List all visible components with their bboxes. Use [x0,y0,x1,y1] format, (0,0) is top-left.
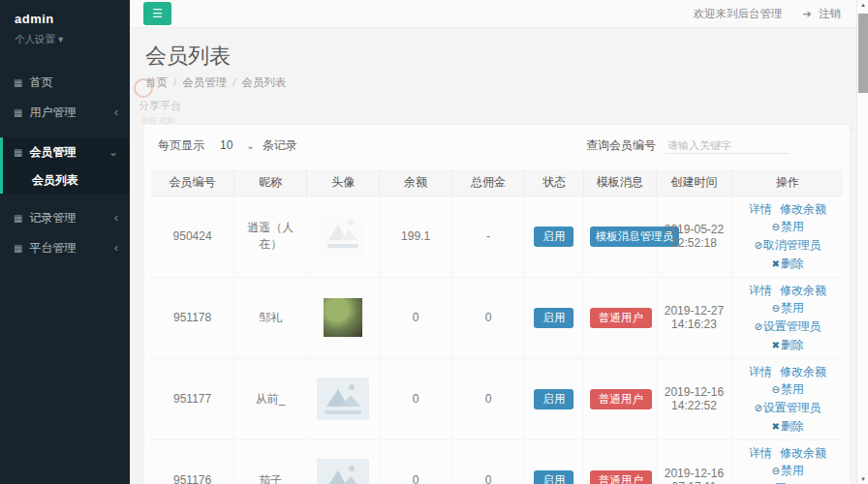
scroll-up-arrow[interactable]: ▲ [857,2,868,8]
cancel-admin-link[interactable]: ⊘取消管理员 [754,238,821,252]
sidebar-item-member-mgmt[interactable]: ▦会员管理 ⌄ [3,137,130,167]
member-balance: 199.1 [380,196,452,277]
disable-link[interactable]: ⊖禁用 [771,301,803,315]
chevron-left-icon: ‹ [114,203,118,233]
user-profile: admin 个人设置 ▾ [0,0,130,46]
avatar [317,378,369,420]
set-admin-link[interactable]: ⊘设置管理员 [754,319,821,333]
grid-icon: ▦ [14,77,22,88]
modify-balance-link[interactable]: 修改余额 [780,446,826,460]
slash-circle-icon: ⊘ [754,403,761,413]
member-created: 2019-12-16 07:17:11 [656,439,732,484]
member-nickname: 茄子 [234,439,307,484]
col-status: 状态 [525,169,584,196]
sidebar-group-member-mgmt: ▦会员管理 ⌄ 会员列表 [0,137,130,194]
member-created: 2019-12-16 14:22:52 [656,358,732,439]
detail-link[interactable]: 详情 [749,202,772,216]
set-admin-link[interactable]: ⊘设置管理员 [754,401,821,414]
avatar [321,217,365,256]
logout-link[interactable]: 注销 [819,8,841,19]
breadcrumb-member-mgmt[interactable]: 会员管理 [182,76,227,88]
grid-icon: ▦ [14,243,22,254]
search-input[interactable] [666,137,790,154]
table-row: 951177 从前_ 0 0 启用 普通用户 2019-12-16 14:22:… [151,358,843,439]
delete-icon: ✖ [771,421,779,432]
sidebar-item-platform-mgmt[interactable]: ▦平台管理 ‹ [0,233,130,263]
col-balance: 余额 [380,169,452,196]
member-list-card: 每页显示10⌄条记录 查询会员编号 会员编号 昵称 头像 余额 总佣金 状态 [143,124,851,484]
faint-background-text: 分享平台 [139,99,861,113]
role-badge[interactable]: 普通用户 [590,470,652,484]
member-nickname: 逍遥（人在） [234,196,307,277]
scrollbar[interactable]: ▲ ▼ [856,0,868,484]
table-controls: 每页显示10⌄条记录 查询会员编号 [144,125,850,162]
logout-icon: ➔ [803,8,812,19]
main-area: ☰ 欢迎来到后台管理 ➔ 注销 会员列表 首页/会员管理/会员列表 分享平台 教… [130,0,868,484]
sidebar-item-user-mgmt[interactable]: ▦用户管理 ‹ [0,98,130,128]
member-nickname: 邹礼 [234,277,307,358]
minus-circle-icon: ⊖ [771,222,779,232]
member-created: 2019-12-27 14:16:23 [656,277,732,358]
member-id: 951176 [151,439,234,484]
username: admin [15,12,130,26]
col-avatar: 头像 [307,169,380,196]
status-badge[interactable]: 启用 [534,470,574,484]
col-template-msg: 模板消息 [583,169,656,196]
row-actions: 详情修改余额 ⊖禁用 ⊘设置管理员 ✖删除 [732,277,843,358]
detail-link[interactable]: 详情 [749,446,772,460]
delete-link[interactable]: ✖删除 [771,338,803,351]
role-badge[interactable]: 普通用户 [590,308,652,328]
member-commission: 0 [452,439,525,484]
search-label: 查询会员编号 [586,138,656,152]
detail-link[interactable]: 详情 [749,284,772,297]
delete-link[interactable]: ✖删除 [771,419,803,433]
member-nickname: 从前_ [234,358,307,439]
sidebar-item-home[interactable]: ▦首页 [0,68,130,98]
menu-icon: ☰ [152,7,163,20]
status-badge[interactable]: 启用 [534,227,574,247]
table-row: 951178 邹礼 0 0 启用 普通用户 2019-12-27 14:16:2… [151,277,843,358]
scroll-down-arrow[interactable]: ▼ [857,476,868,482]
status-badge[interactable]: 启用 [534,308,574,328]
minus-circle-icon: ⊖ [771,466,779,476]
table-header-row: 会员编号 昵称 头像 余额 总佣金 状态 模板消息 创建时间 操作 [151,169,843,196]
topbar: ☰ 欢迎来到后台管理 ➔ 注销 [130,0,868,28]
minus-circle-icon: ⊖ [771,303,779,314]
status-badge[interactable]: 启用 [534,389,574,409]
minus-circle-icon: ⊖ [771,384,779,395]
modify-balance-link[interactable]: 修改余额 [780,284,826,297]
member-commission: - [452,196,525,277]
breadcrumb-member-list: 会员列表 [241,76,286,88]
per-page-suffix: 条记录 [263,138,297,152]
modify-balance-link[interactable]: 修改余额 [780,202,826,216]
chevron-left-icon: ‹ [114,98,118,128]
chevron-left-icon: ‹ [114,233,118,263]
detail-link[interactable]: 详情 [749,365,772,378]
col-member-id: 会员编号 [151,169,234,196]
modify-balance-link[interactable]: 修改余额 [780,365,826,378]
disable-link[interactable]: ⊖禁用 [771,382,803,396]
member-commission: 0 [452,358,525,439]
chevron-down-icon[interactable]: ⌄ [246,140,254,151]
disable-link[interactable]: ⊖禁用 [771,464,803,477]
role-badge[interactable]: 普通用户 [590,389,652,409]
avatar [317,459,369,484]
table-row: 950424 逍遥（人在） 199.1 - 启用 模板消息管理员 2019-05… [151,196,843,277]
personal-settings[interactable]: 个人设置 ▾ [15,33,130,46]
delete-icon: ✖ [771,340,779,350]
col-nickname: 昵称 [234,169,307,196]
delete-icon: ✖ [771,258,779,269]
table-row: 951176 茄子 0 0 启用 普通用户 2019-12-16 07:17:1… [151,439,843,484]
disable-link[interactable]: ⊖禁用 [771,220,803,233]
row-actions: 详情修改余额 ⊖禁用 ⊘设置管理员 ✖删除 [732,358,843,439]
member-table: 会员编号 昵称 头像 余额 总佣金 状态 模板消息 创建时间 操作 950424… [151,169,843,484]
scrollbar-thumb[interactable] [858,14,868,93]
col-actions: 操作 [732,169,843,196]
per-page-select[interactable]: 10 [220,138,232,152]
delete-link[interactable]: ✖删除 [771,257,803,270]
sidebar-item-member-list[interactable]: 会员列表 [3,167,130,194]
sidebar-item-record-mgmt[interactable]: ▦记录管理 ‹ [0,203,130,233]
per-page-label: 每页显示 [158,138,204,152]
hamburger-menu-button[interactable]: ☰ [143,2,171,25]
avatar [324,298,362,337]
